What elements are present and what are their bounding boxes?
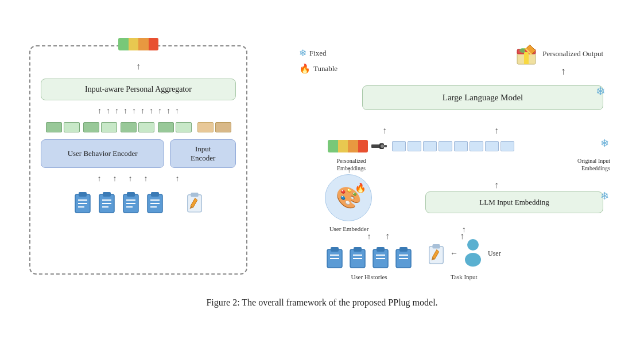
personalized-embed-label: Personalized Embeddings bbox=[325, 157, 377, 172]
svg-point-51 bbox=[465, 253, 481, 267]
llm-label: Large Language Model bbox=[443, 93, 523, 102]
icon-arrow3: ↑ bbox=[129, 175, 133, 183]
embed-group-1 bbox=[46, 122, 80, 132]
main-diagram: ↑ Input-aware Personal Aggregator ↑ ↑ ↑ … bbox=[18, 28, 626, 292]
embed-block bbox=[46, 122, 62, 132]
aggregator-label: Input-aware Personal Aggregator bbox=[85, 85, 192, 93]
behavior-encoder-label: User Behavior Encoder bbox=[68, 149, 138, 158]
caption-text: Figure 2: The overall framework of the p… bbox=[206, 298, 437, 307]
svg-rect-16 bbox=[151, 192, 159, 197]
svg-rect-37 bbox=[354, 247, 362, 252]
arrow2: ↑ bbox=[106, 107, 110, 115]
svg-rect-11 bbox=[127, 192, 135, 197]
embed-group-orange bbox=[197, 122, 231, 132]
bottom-section: ↑ bbox=[325, 225, 501, 280]
embed-block bbox=[83, 122, 99, 132]
personalized-output-label: Personalized Output bbox=[542, 49, 603, 58]
user-hist-icons bbox=[325, 245, 413, 269]
clipboard-icon-3 bbox=[121, 190, 141, 214]
arrow-orig-to-llm: ↑ bbox=[494, 126, 499, 136]
task-input-row: ← User bbox=[427, 238, 501, 269]
left-panel: ↑ Input-aware Personal Aggregator ↑ ↑ ↑ … bbox=[29, 45, 247, 275]
input-encoder-label: InputEncoder bbox=[191, 144, 215, 163]
embed-block-orange bbox=[215, 122, 231, 132]
orig-block bbox=[470, 141, 483, 151]
encoders-row: User Behavior Encoder InputEncoder bbox=[41, 139, 236, 168]
arrow1: ↑ bbox=[98, 107, 102, 115]
clipboard-icon-2 bbox=[97, 190, 117, 214]
embeddings-middle-row bbox=[328, 140, 609, 152]
orig-group-3 bbox=[454, 141, 483, 151]
pencil-edit-icon bbox=[185, 190, 204, 213]
llm-input-label: LLM Input Embedding bbox=[479, 198, 549, 206]
svg-rect-21 bbox=[191, 193, 198, 197]
user-avatar-icon bbox=[463, 238, 483, 267]
clipboard-icon-4 bbox=[145, 190, 165, 214]
icons-row bbox=[41, 190, 236, 214]
orig-group-4 bbox=[485, 141, 514, 151]
embed-block bbox=[121, 122, 137, 132]
orig-block bbox=[485, 141, 499, 151]
arrow-llm-input-up: ↑ bbox=[494, 180, 499, 190]
orig-block bbox=[423, 141, 437, 151]
embed-group-4 bbox=[158, 122, 192, 132]
icon-arrow2: ↑ bbox=[113, 175, 117, 183]
user-figure bbox=[463, 238, 483, 269]
figure-caption: Figure 2: The overall framework of the p… bbox=[206, 298, 437, 308]
svg-rect-28 bbox=[371, 144, 381, 148]
svg-rect-45 bbox=[399, 247, 408, 252]
right-panel: ❄ Fixed 🔥 Tunable bbox=[293, 34, 615, 286]
hist-clipboard-2 bbox=[348, 245, 367, 269]
tunable-label: Tunable bbox=[313, 62, 337, 75]
personalized-output: Personalized Output bbox=[515, 42, 603, 65]
svg-point-50 bbox=[467, 239, 479, 251]
icon-arrow4: ↑ bbox=[144, 175, 148, 183]
svg-rect-31 bbox=[384, 145, 387, 147]
arrow5: ↑ bbox=[132, 107, 136, 115]
arrow-left: ← bbox=[450, 249, 458, 258]
embed-block bbox=[176, 122, 192, 132]
orig-block bbox=[392, 141, 406, 151]
arrow-bottom-up-2: ↑ bbox=[460, 231, 464, 241]
user-histories-label: User Histories bbox=[351, 273, 387, 280]
orig-block bbox=[408, 141, 421, 151]
embed-block bbox=[158, 122, 174, 132]
icon-arrow5: ↑ bbox=[176, 175, 180, 183]
snowflake-icon: ❄ bbox=[299, 45, 307, 61]
llm-snowflake-icon: ❄ bbox=[596, 84, 606, 98]
arrow-to-output: ↑ bbox=[561, 65, 566, 77]
fire-badge-icon: 🔥 bbox=[355, 182, 366, 193]
embed-group-3 bbox=[121, 122, 154, 132]
clipboard-icon-1 bbox=[73, 190, 92, 214]
embed-arrows-row: ↑ ↑ ↑ ↑ ↑ ↑ ↑ ↑ ↑ ↑ bbox=[41, 107, 236, 115]
icon-arrows-row: ↑ ↑ ↑ ↑ ↑ bbox=[41, 175, 236, 183]
orig-block bbox=[454, 141, 468, 151]
legend-fixed: ❄ Fixed bbox=[299, 45, 337, 61]
orig-embed-snowflake: ❄ bbox=[600, 137, 609, 150]
hist-clipboard-4 bbox=[394, 245, 413, 269]
arrow9: ↑ bbox=[166, 107, 170, 115]
original-embed-blocks bbox=[392, 141, 514, 151]
svg-rect-33 bbox=[331, 247, 339, 252]
task-pencil-icon bbox=[427, 242, 445, 265]
aggregator-box: Input-aware Personal Aggregator bbox=[41, 79, 236, 100]
svg-rect-6 bbox=[103, 192, 111, 197]
arrow8: ↑ bbox=[158, 107, 162, 115]
embed-block-orange bbox=[197, 122, 214, 132]
personalized-output-icon bbox=[515, 42, 538, 65]
orig-block bbox=[439, 141, 452, 151]
orig-block bbox=[501, 141, 514, 151]
svg-rect-41 bbox=[377, 247, 385, 252]
original-embed-label: Original Input Embeddings bbox=[558, 157, 610, 172]
embed-block bbox=[64, 122, 80, 132]
llm-input-box: LLM Input Embedding bbox=[425, 191, 603, 213]
color-bar-left-top bbox=[118, 38, 158, 50]
behavior-encoder-box: User Behavior Encoder bbox=[41, 139, 164, 168]
hist-clipboard-1 bbox=[325, 245, 344, 269]
user-label: User bbox=[488, 249, 501, 258]
arrow-to-colorbar: ↑ bbox=[136, 61, 141, 72]
task-input-label: Task Input bbox=[451, 273, 478, 280]
embed-block bbox=[138, 122, 154, 132]
arrow7: ↑ bbox=[149, 107, 153, 115]
embedding-blocks-row bbox=[41, 122, 236, 132]
